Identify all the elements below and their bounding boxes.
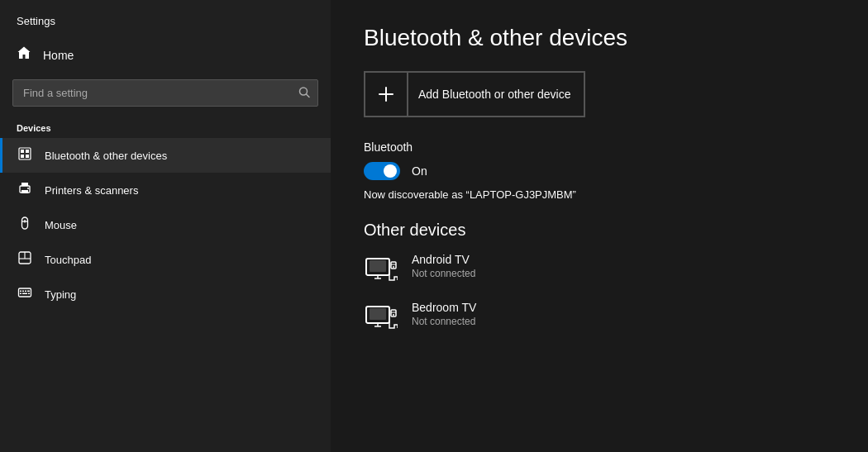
toggle-track bbox=[364, 162, 400, 180]
android-tv-name: Android TV bbox=[412, 253, 475, 266]
svg-rect-5 bbox=[21, 155, 24, 158]
sidebar-item-printers[interactable]: Printers & scanners bbox=[0, 173, 331, 207]
toggle-label: On bbox=[412, 164, 427, 178]
add-plus-icon bbox=[365, 73, 408, 116]
svg-rect-3 bbox=[21, 150, 24, 153]
sidebar-item-mouse-label: Mouse bbox=[45, 219, 77, 231]
svg-rect-6 bbox=[26, 155, 29, 158]
app-title: Settings bbox=[0, 0, 331, 37]
discoverable-text: Now discoverable as “LAPTOP-GJ3PJMBM” bbox=[364, 188, 835, 201]
home-label: Home bbox=[43, 49, 74, 62]
svg-point-10 bbox=[27, 188, 29, 189]
svg-rect-35 bbox=[370, 308, 386, 320]
sidebar-item-bluetooth-label: Bluetooth & other devices bbox=[45, 150, 167, 162]
main-content: Bluetooth & other devices Add Bluetooth … bbox=[331, 0, 868, 452]
sidebar: Settings Home Devices bbox=[0, 0, 331, 452]
svg-rect-21 bbox=[27, 291, 30, 293]
bluetooth-heading: Bluetooth bbox=[364, 140, 835, 154]
svg-rect-4 bbox=[26, 150, 29, 153]
bedroom-tv-status: Not connected bbox=[412, 316, 476, 327]
sidebar-item-printers-label: Printers & scanners bbox=[45, 184, 138, 197]
sidebar-item-mouse[interactable]: Mouse bbox=[0, 207, 331, 242]
add-device-label: Add Bluetooth or other device bbox=[418, 88, 584, 101]
bluetooth-icon bbox=[17, 146, 33, 164]
mouse-icon bbox=[17, 216, 33, 234]
svg-rect-24 bbox=[28, 293, 30, 295]
home-icon bbox=[17, 45, 31, 64]
other-devices-heading: Other devices bbox=[364, 221, 835, 240]
devices-section-label: Devices bbox=[0, 115, 331, 138]
bedroom-tv-icon bbox=[364, 301, 398, 335]
android-tv-status: Not connected bbox=[412, 268, 475, 279]
svg-point-40 bbox=[393, 314, 394, 316]
svg-rect-28 bbox=[370, 260, 386, 272]
svg-rect-19 bbox=[22, 291, 24, 293]
other-devices-section: Other devices Android TV Not connected bbox=[364, 221, 835, 335]
printer-icon bbox=[17, 181, 33, 199]
list-item: Bedroom TV Not connected bbox=[364, 301, 835, 335]
sidebar-item-touchpad-label: Touchpad bbox=[45, 254, 91, 266]
sidebar-item-touchpad[interactable]: Touchpad bbox=[0, 242, 331, 277]
svg-rect-11 bbox=[22, 217, 28, 229]
touchpad-icon bbox=[17, 250, 33, 269]
sidebar-item-bluetooth[interactable]: Bluetooth & other devices bbox=[0, 138, 331, 173]
list-item: Android TV Not connected bbox=[364, 253, 835, 288]
keyboard-icon bbox=[17, 285, 33, 303]
svg-rect-23 bbox=[22, 293, 27, 295]
svg-rect-9 bbox=[21, 190, 28, 193]
svg-point-33 bbox=[393, 266, 394, 268]
page-title: Bluetooth & other devices bbox=[364, 25, 835, 51]
svg-rect-22 bbox=[20, 293, 21, 295]
bedroom-tv-info: Bedroom TV Not connected bbox=[412, 301, 476, 327]
android-tv-icon bbox=[364, 253, 398, 288]
search-input[interactable] bbox=[12, 79, 318, 107]
bluetooth-toggle-row: On bbox=[364, 162, 835, 180]
bluetooth-toggle[interactable] bbox=[364, 162, 400, 180]
sidebar-item-typing-label: Typing bbox=[45, 288, 76, 301]
svg-rect-20 bbox=[25, 291, 26, 293]
svg-rect-17 bbox=[19, 288, 31, 297]
bluetooth-section: Bluetooth On Now discoverable as “LAPTOP… bbox=[364, 140, 835, 201]
search-box bbox=[12, 79, 318, 107]
sidebar-item-typing[interactable]: Typing bbox=[0, 277, 331, 312]
home-nav-item[interactable]: Home bbox=[0, 37, 331, 73]
add-device-button[interactable]: Add Bluetooth or other device bbox=[364, 71, 585, 117]
svg-rect-18 bbox=[20, 291, 21, 293]
bedroom-tv-name: Bedroom TV bbox=[412, 301, 476, 314]
toggle-thumb bbox=[384, 164, 397, 178]
android-tv-info: Android TV Not connected bbox=[412, 253, 475, 279]
svg-rect-8 bbox=[21, 183, 28, 186]
